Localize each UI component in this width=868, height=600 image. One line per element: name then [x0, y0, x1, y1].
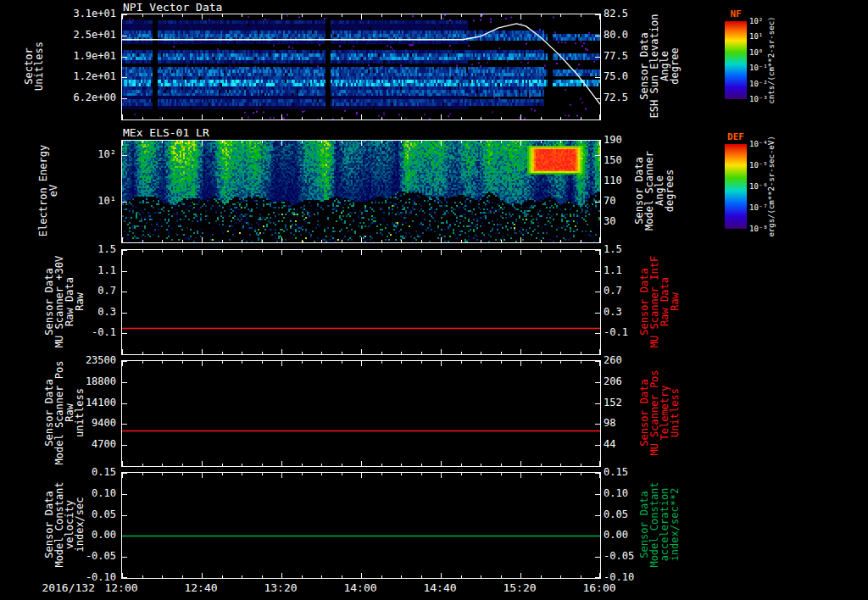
- colorbar-tick-label: 10¹: [749, 32, 763, 41]
- y-tick-label: 3.1e+01: [53, 8, 116, 19]
- colorbar-tick-label: 10²: [749, 17, 763, 25]
- colorbar-tick-label: 10⁰: [749, 48, 763, 57]
- npi-spectrogram: [121, 14, 601, 120]
- colorbar-tick-label: 10⁻²: [749, 80, 768, 88]
- x-tick-label: 12:40: [175, 581, 226, 594]
- model-constant-velocity-line-chart: [121, 472, 601, 579]
- y-tick-label: 2.5e+01: [53, 29, 116, 41]
- x-tick-label: 15:20: [494, 581, 545, 594]
- colorbar-tick-label: 10⁻⁷: [749, 203, 768, 212]
- colorbar-tick-label: 10⁻³: [749, 95, 768, 103]
- y-tick-label: 10¹: [53, 195, 116, 207]
- panel-title-npi: NPI Vector Data: [123, 1, 222, 14]
- els-spectrogram: [121, 140, 601, 243]
- colorbar-tick-label: 10⁻⁸: [749, 225, 768, 233]
- x-tick-label: 13:20: [255, 581, 306, 594]
- y-tick-label: 1.2e+01: [53, 70, 116, 82]
- y-tick-label: 6.2e+00: [53, 92, 116, 103]
- nf-colorbar-units-label: cnts/(cm**2-sr-sec): [766, 1, 776, 119]
- y-axis-label-line: index/sec: [75, 457, 85, 592]
- y-tick-label: 1.9e+01: [53, 50, 116, 62]
- nf-colorbar-label: NF: [721, 8, 751, 19]
- model-scanner-pos-line-chart: [121, 360, 601, 467]
- right-axis-label: Sensor DataESH Sun ElevationAngledegree: [639, 0, 680, 134]
- y-tick-label: 10²: [53, 148, 116, 160]
- colorbar-tick-label: 10⁻¹: [749, 64, 768, 72]
- right-axis-label-line: index/sec**2: [670, 457, 680, 592]
- x-tick-label: 14:40: [415, 581, 465, 594]
- x-tick-label: 14:00: [335, 581, 386, 594]
- science-plot-stack: NPI Vector Data MEx ELS-01 LR NF DEF cnt…: [0, 0, 868, 600]
- def-colorbar-units-label: ergs/(cm**2-sr-sec-eV): [766, 127, 776, 246]
- x-tick-label: 16:00: [574, 581, 625, 594]
- nf-colorbar: [725, 21, 747, 99]
- y-axis-label: SectorUnitless: [24, 0, 44, 134]
- x-tick-label: 12:00: [96, 581, 147, 594]
- def-colorbar-label: DEF: [721, 131, 751, 142]
- mu-scanner-raw-line-chart: [121, 249, 601, 355]
- def-colorbar: [725, 144, 747, 229]
- right-axis-label: Sensor DataModel Constantaccelerationind…: [639, 457, 680, 592]
- y-axis-label: Sensor DataModel Constantvelocityindex/s…: [44, 457, 85, 592]
- panel-title-els: MEx ELS-01 LR: [123, 126, 209, 139]
- colorbar-tick-label: 10⁻⁵: [749, 161, 768, 169]
- colorbar-tick-label: 10⁻⁴: [749, 140, 768, 148]
- right-axis-label-line: degree: [670, 0, 680, 134]
- colorbar-tick-label: 10⁻⁶: [749, 182, 768, 191]
- y-axis-label-line: Unitless: [34, 0, 44, 134]
